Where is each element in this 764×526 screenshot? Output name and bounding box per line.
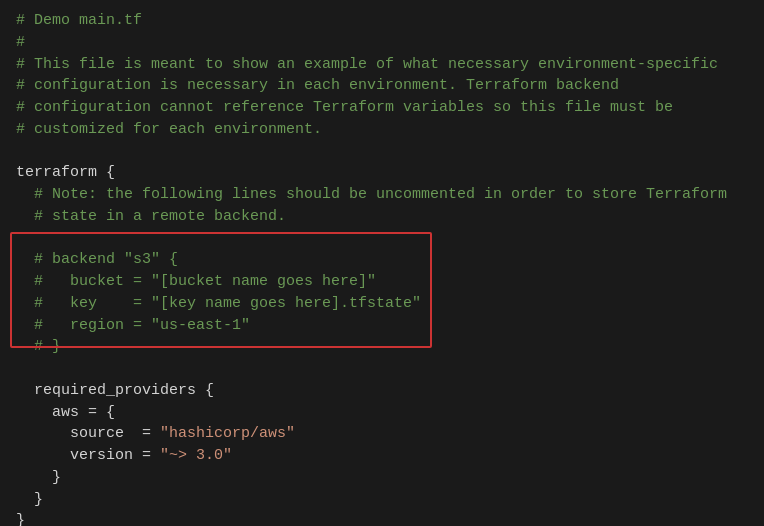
code-line: # configuration cannot reference Terrafo… — [16, 97, 748, 119]
code-line: ​ — [16, 141, 748, 163]
code-line: # This file is meant to show an example … — [16, 54, 748, 76]
code-line: } — [16, 467, 748, 489]
code-line: # Note: the following lines should be un… — [16, 184, 748, 206]
code-line: # — [16, 32, 748, 54]
code-line: } — [16, 510, 748, 526]
code-line: # state in a remote backend. — [16, 206, 748, 228]
code-line: # region = "us-east-1" — [16, 315, 748, 337]
code-line: # key = "[key name goes here].tfstate" — [16, 293, 748, 315]
code-line: # backend "s3" { — [16, 249, 748, 271]
code-editor: # Demo main.tf## This file is meant to s… — [0, 0, 764, 526]
code-content: # Demo main.tf## This file is meant to s… — [16, 10, 748, 526]
code-line: # customized for each environment. — [16, 119, 748, 141]
code-line: } — [16, 489, 748, 511]
code-line: ​ — [16, 358, 748, 380]
code-line: # bucket = "[bucket name goes here]" — [16, 271, 748, 293]
code-line: terraform { — [16, 162, 748, 184]
code-line: # Demo main.tf — [16, 10, 748, 32]
code-line: source = "hashicorp/aws" — [16, 423, 748, 445]
code-line: version = "~> 3.0" — [16, 445, 748, 467]
code-line: # } — [16, 336, 748, 358]
code-line: ​ — [16, 228, 748, 250]
code-line: # configuration is necessary in each env… — [16, 75, 748, 97]
code-line: required_providers { — [16, 380, 748, 402]
code-line: aws = { — [16, 402, 748, 424]
